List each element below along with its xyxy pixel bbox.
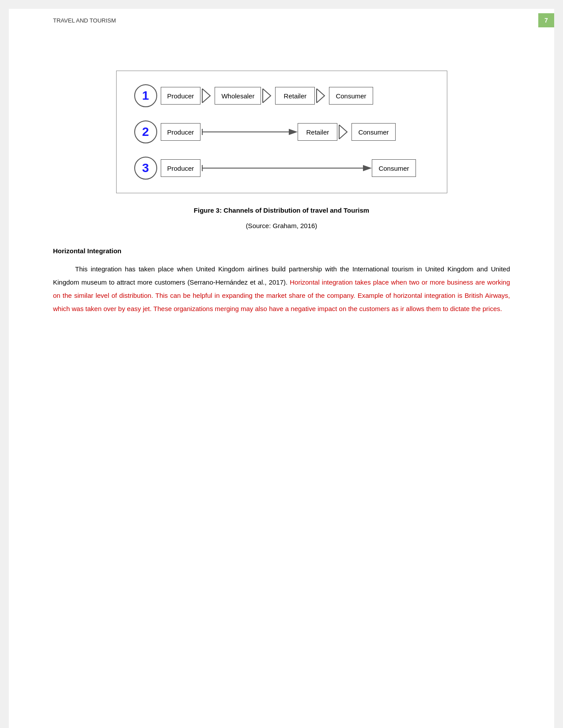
channel-row-2: 2 Producer Retailer Consumer <box>134 120 429 143</box>
channel-row-3: 3 Producer Consumer <box>134 157 429 180</box>
box-retailer-2: Retailer <box>298 123 337 141</box>
svg-marker-9 <box>363 165 372 171</box>
arrow-1b <box>262 88 274 104</box>
section-heading-horizontal: Horizontal Integration <box>53 247 510 255</box>
box-consumer-1: Consumer <box>329 87 373 105</box>
arrow-2c <box>338 124 351 140</box>
arrow-1a <box>201 88 214 104</box>
figure-container: 1 Producer Wholesaler Retailer <box>116 71 447 193</box>
page-number: 7 <box>538 13 554 27</box>
box-retailer-1: Retailer <box>275 87 315 105</box>
step-number-3: 3 <box>134 157 157 180</box>
box-producer-2: Producer <box>161 123 201 141</box>
box-producer-3: Producer <box>161 159 201 177</box>
svg-marker-5 <box>289 129 298 135</box>
figure-caption: Figure 3: Channels of Distribution of tr… <box>53 206 510 214</box>
step-number-2: 2 <box>134 120 157 143</box>
figure-source: (Source: Graham, 2016) <box>53 222 510 229</box>
box-wholesaler: Wholesaler <box>215 87 261 105</box>
page-header: TRAVEL AND TOURISM 7 <box>9 9 554 32</box>
box-consumer-3: Consumer <box>372 159 416 177</box>
long-arrow-2 <box>200 125 298 139</box>
paragraph-horizontal: This integration has taken place when Un… <box>53 263 510 315</box>
step-number-1: 1 <box>134 84 157 107</box>
arrow-1c <box>316 88 328 104</box>
header-title: TRAVEL AND TOURISM <box>9 17 116 24</box>
channel-row-1: 1 Producer Wholesaler Retailer <box>134 84 429 107</box>
long-arrow-3 <box>200 161 372 175</box>
page: TRAVEL AND TOURISM 7 1 Producer Wholesal… <box>9 9 554 728</box>
box-consumer-2: Consumer <box>351 123 395 141</box>
box-producer-1: Producer <box>161 87 201 105</box>
